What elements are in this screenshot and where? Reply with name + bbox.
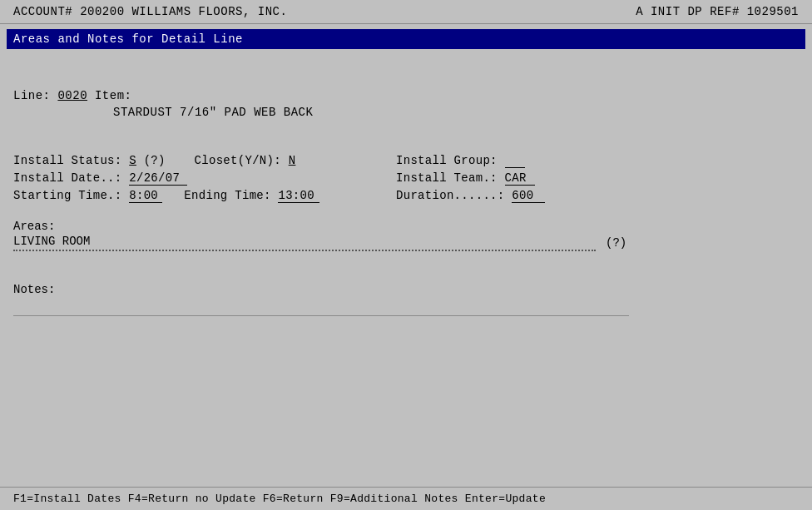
screen: ACCOUNT# 200200 WILLIAMS FLOORS, INC. A … — [0, 0, 812, 510]
install-status-value[interactable]: S — [129, 154, 136, 167]
page-title: Areas and Notes for Detail Line — [7, 29, 805, 49]
install-form: Install Status: S (?) Closet(Y/N): N Ins… — [13, 154, 799, 203]
header-right: A INIT DP REF# 1029501 — [636, 5, 799, 18]
install-right-3: Duration......: 600 — [396, 189, 545, 203]
starting-time-value[interactable]: 8:00 — [129, 189, 162, 203]
content-area: Line: 0020 Item: STARDUST 7/16" PAD WEB … — [0, 54, 812, 323]
areas-value[interactable]: LIVING ROOM — [13, 235, 596, 251]
install-left-1: Install Status: S (?) Closet(Y/N): N — [13, 154, 396, 167]
install-group-value[interactable] — [505, 154, 525, 168]
install-left-2: Install Date..: 2/26/07 — [13, 171, 396, 186]
footer-bar: F1=Install Dates F4=Return no Update F6=… — [0, 487, 812, 510]
closet-value[interactable]: N — [289, 154, 296, 167]
install-row-2: Install Date..: 2/26/07 Install Team.: C… — [13, 171, 799, 186]
install-right-1: Install Group: — [396, 154, 525, 168]
ending-time-value[interactable]: 13:00 — [278, 189, 319, 203]
duration-value[interactable]: 600 — [512, 189, 545, 203]
install-row-3: Starting Time.: 8:00 Ending Time: 13:00 … — [13, 189, 799, 203]
line-info-row: Line: 0020 Item: — [13, 89, 799, 102]
areas-label: Areas: — [13, 220, 799, 233]
areas-field-row: LIVING ROOM (?) — [13, 235, 799, 251]
item-description: STARDUST 7/16" PAD WEB BACK — [13, 106, 799, 119]
notes-label: Notes: — [13, 283, 799, 296]
install-left-3: Starting Time.: 8:00 Ending Time: 13:00 — [13, 189, 396, 203]
install-date-value[interactable]: 2/26/07 — [129, 171, 187, 186]
install-team-value[interactable]: CAR — [505, 171, 535, 186]
header-bar: ACCOUNT# 200200 WILLIAMS FLOORS, INC. A … — [0, 0, 812, 24]
areas-hint: (?) — [606, 236, 626, 250]
notes-section: Notes: — [13, 283, 799, 316]
notes-field[interactable] — [13, 301, 629, 316]
header-account: ACCOUNT# 200200 WILLIAMS FLOORS, INC. — [13, 5, 287, 18]
install-right-2: Install Team.: CAR — [396, 171, 535, 186]
areas-section: Areas: LIVING ROOM (?) — [13, 220, 799, 251]
install-row-1: Install Status: S (?) Closet(Y/N): N Ins… — [13, 154, 799, 168]
line-item-section: Line: 0020 Item: STARDUST 7/16" PAD WEB … — [13, 89, 799, 119]
